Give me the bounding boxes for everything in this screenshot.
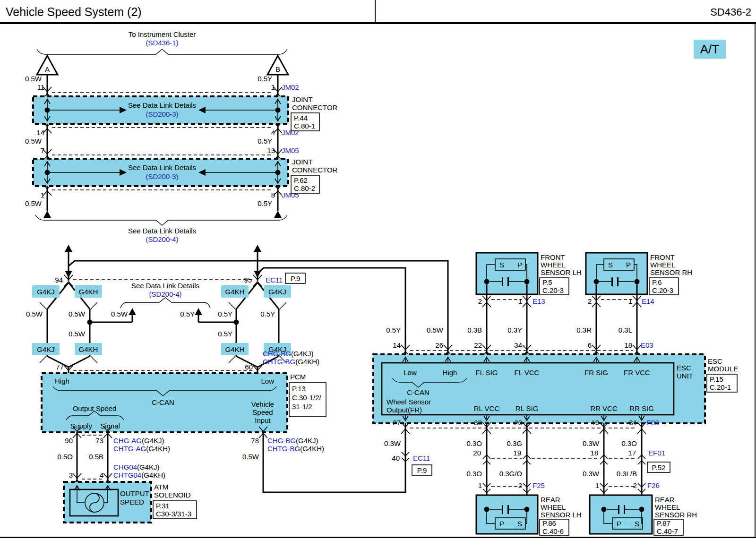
sd200-4-link[interactable]: (SD200-4) xyxy=(149,290,181,298)
page-title: Vehicle Speed System (2) xyxy=(6,5,142,18)
svg-text:C.40-7: C.40-7 xyxy=(657,527,678,535)
wire-label: 0.5W xyxy=(427,326,444,334)
sd200-3-link[interactable]: (SD200-3) xyxy=(146,110,178,118)
wire-label: 0.5W xyxy=(242,453,259,461)
pin-label: 1 xyxy=(271,83,275,91)
svg-text:SENSOR RH: SENSOR RH xyxy=(655,511,697,519)
f25-link[interactable]: F25 xyxy=(533,481,545,489)
e13-link[interactable]: E13 xyxy=(533,297,545,305)
ef01-link[interactable]: EF01 xyxy=(648,449,665,457)
wire-vsi-loop xyxy=(263,423,405,492)
e14-link[interactable]: E14 xyxy=(642,297,654,305)
ref-box-ec11-top[interactable]: P.9 xyxy=(285,273,305,283)
ref-box-jc2[interactable]: P.62 C.80-2 xyxy=(291,175,319,193)
svg-text:P.15: P.15 xyxy=(710,375,723,383)
ref-box-solenoid[interactable]: P.31 C30-3/31-3 xyxy=(153,501,197,519)
wire-label: 0.3O xyxy=(621,439,637,447)
junction-dot-icon xyxy=(45,108,50,113)
e03-link[interactable]: E03 xyxy=(641,341,653,349)
pin-label: 13 xyxy=(267,146,275,154)
pin-label: 27 xyxy=(393,419,401,427)
pin-label: 94 xyxy=(55,276,63,284)
svg-text:JOINT: JOINT xyxy=(292,158,312,166)
svg-text:S: S xyxy=(517,520,522,528)
junction-dot-icon xyxy=(635,279,640,284)
datalink-brace-main: See Data Link Details (SD200-4) xyxy=(35,215,287,243)
svg-text:A: A xyxy=(45,65,50,73)
ref-box-ec11[interactable]: P.9 xyxy=(412,465,432,475)
esc-module: 14 26 22 34 6 18 E03 Low High FL SIG FL … xyxy=(373,341,738,423)
svg-text:A/T: A/T xyxy=(700,42,720,56)
pin-label: 1 xyxy=(628,297,632,305)
pin-label: 1 xyxy=(518,297,522,305)
ref-box-pcm[interactable]: P.13 C.30-1/2/ 31-1/2 xyxy=(289,383,326,417)
arrow-up-icon xyxy=(195,308,202,315)
svg-text:C.20-3: C.20-3 xyxy=(652,286,673,294)
jm05-link[interactable]: JM05 xyxy=(282,146,299,154)
ref-box-esc[interactable]: P.15 C.20-1 xyxy=(707,374,737,392)
wire-label: 0.5B xyxy=(89,453,103,461)
pin-label: 95 xyxy=(244,276,252,284)
svg-text:FR VCC: FR VCC xyxy=(624,369,650,377)
pin-label: 31 xyxy=(629,419,637,427)
svg-text:High: High xyxy=(55,377,69,385)
svg-text:OUTPUT: OUTPUT xyxy=(120,489,149,497)
rear-lh-box xyxy=(476,495,538,534)
ref-box-front-rh[interactable]: P.6 C.20-3 xyxy=(649,278,679,295)
variant-tag: G4KH xyxy=(79,288,98,296)
ec11-link[interactable]: EC11 xyxy=(413,454,430,462)
variant-tag: G4KJ xyxy=(37,345,55,353)
svg-text:Vehicle: Vehicle xyxy=(251,400,274,408)
svg-text:WHEEL: WHEEL xyxy=(650,261,675,269)
svg-text:P: P xyxy=(617,520,621,528)
variant-tag: G4KJ xyxy=(37,288,55,296)
pin-label: 34 xyxy=(514,341,522,349)
wire-label: 0.3W xyxy=(583,470,600,478)
module-name: PCM xyxy=(290,373,306,381)
pin-label: 77 xyxy=(56,363,64,371)
ref-box-jc1[interactable]: P.44 C.80-1 xyxy=(291,113,319,131)
svg-text:CONNECTOR: CONNECTOR xyxy=(292,103,338,111)
svg-text:JOINT: JOINT xyxy=(292,95,312,103)
svg-text:Supply: Supply xyxy=(70,422,92,430)
wire-label: 0.3G xyxy=(507,439,522,447)
svg-text:31-1/2: 31-1/2 xyxy=(292,403,312,411)
ref-box-ef01[interactable]: P.52 xyxy=(647,462,670,472)
svg-text:See Data Link Details: See Data Link Details xyxy=(128,227,196,235)
wire-label: 0.5W xyxy=(69,330,86,338)
page: Vehicle Speed System (2) SD436-2 A/T To … xyxy=(0,0,756,540)
ec11-link[interactable]: EC11 xyxy=(266,276,283,284)
e03-link[interactable]: E03 xyxy=(646,419,659,427)
wire-label: 0.5W xyxy=(111,310,128,318)
pin-label: 18 xyxy=(624,341,632,349)
svg-text:C.30-1/2/: C.30-1/2/ xyxy=(292,394,322,402)
jm02-link[interactable]: JM02 xyxy=(282,83,299,91)
pin-label: 6 xyxy=(588,341,592,349)
sd200-4-link[interactable]: (SD200-4) xyxy=(146,235,178,243)
svg-text:P.5: P.5 xyxy=(542,278,552,286)
svg-text:C-CAN: C-CAN xyxy=(407,388,430,396)
pin-label: 1 xyxy=(595,481,599,489)
svg-text:S: S xyxy=(608,261,613,269)
ref-box-rear-rh[interactable]: P.87 C.40-7 xyxy=(654,519,683,535)
pin-label: 4 xyxy=(271,129,275,137)
pin-label: 18 xyxy=(590,449,598,457)
header-rule xyxy=(0,22,756,24)
page-bottom-rule xyxy=(0,537,756,538)
wire-code: CHTG-BG(G4KH) xyxy=(267,445,324,453)
wire-label: 0.3O xyxy=(466,439,482,447)
sd436-1-link[interactable]: (SD436-1) xyxy=(146,39,178,47)
pin-label: 14 xyxy=(393,341,401,349)
svg-text:P.52: P.52 xyxy=(652,463,666,471)
ref-box-rear-lh[interactable]: P.86 C.40-6 xyxy=(540,519,569,535)
continuation-arrow-icon xyxy=(274,211,282,218)
sd200-3-link[interactable]: (SD200-3) xyxy=(146,172,178,180)
junction-dot-icon xyxy=(275,170,281,175)
variant-tag: G4KH xyxy=(225,288,245,296)
svg-text:P.9: P.9 xyxy=(417,466,427,474)
svg-text:SENSOR LH: SENSOR LH xyxy=(541,268,582,276)
wire-code: CHG-BG(G4KJ) xyxy=(267,437,318,445)
ref-box-front-lh[interactable]: P.5 C.20-3 xyxy=(540,278,569,295)
pin-label: 2 xyxy=(588,297,592,305)
f26-link[interactable]: F26 xyxy=(647,481,660,489)
